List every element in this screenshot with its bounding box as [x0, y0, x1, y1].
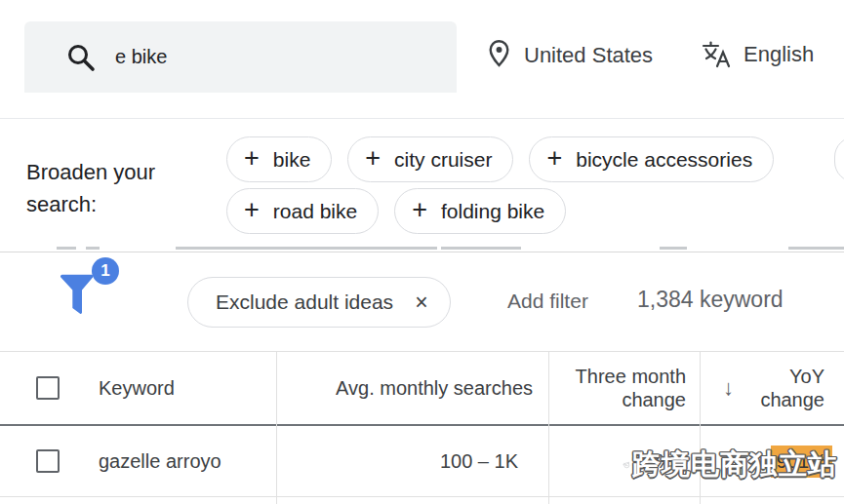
broaden-chips-row-1: + bike + city cruiser + bicycle accessor…: [226, 136, 774, 182]
chip-add-city-cruiser[interactable]: + city cruiser: [347, 136, 513, 182]
plus-icon: +: [244, 145, 260, 172]
chip-add-folding-bike[interactable]: + folding bike: [394, 188, 566, 234]
chip-label: city cruiser: [394, 148, 492, 172]
chip-partial-cutoff[interactable]: [834, 136, 844, 182]
broaden-search-label: Broaden your search:: [26, 156, 202, 220]
topbar-divider: [0, 118, 844, 119]
header-keyword-cell[interactable]: Keyword: [0, 376, 276, 400]
add-filter-button[interactable]: Add filter: [507, 290, 588, 313]
row-keyword-cell: gazelle arroyo: [0, 449, 276, 473]
remove-filter-icon[interactable]: ×: [415, 290, 427, 316]
language-label: English: [744, 42, 814, 67]
plus-icon: +: [244, 197, 260, 223]
header-yoy-change[interactable]: ↓ YoY change: [700, 365, 844, 411]
search-input[interactable]: [113, 45, 429, 69]
row-avg-monthly-value: 100 – 1K: [276, 450, 548, 473]
chip-label: bicycle accessories: [576, 148, 752, 172]
row-checkbox[interactable]: [36, 449, 60, 473]
select-all-checkbox[interactable]: [36, 376, 60, 400]
translate-icon: [701, 39, 734, 70]
row-keyword-text: gazelle arroyo: [99, 450, 221, 473]
column-divider: [700, 352, 701, 504]
header-yoy-label: YoY change: [734, 365, 844, 411]
location-selector[interactable]: United States: [486, 39, 653, 71]
language-selector[interactable]: English: [701, 39, 814, 70]
broaden-chips-row-2: + road bike + folding bike: [226, 188, 566, 234]
filter-button[interactable]: 1: [59, 257, 119, 324]
header-keyword-label: Keyword: [99, 377, 175, 400]
sort-descending-icon: ↓: [723, 375, 734, 401]
location-label: United States: [524, 43, 653, 68]
active-filter-chip[interactable]: Exclude adult ideas ×: [187, 277, 451, 328]
table-header-row: Keyword Avg. monthly searches Three mont…: [0, 352, 844, 424]
header-avg-monthly-searches[interactable]: Avg. monthly searches: [276, 377, 548, 400]
clipped-row-remnant: [0, 244, 844, 252]
header-three-month-change[interactable]: Three month change: [548, 365, 700, 411]
keyword-count-label: 1,384 keyword: [637, 287, 784, 313]
column-divider: [276, 352, 277, 504]
search-icon: [66, 43, 96, 72]
partial-next-row: [0, 497, 844, 504]
chip-add-road-bike[interactable]: + road bike: [226, 188, 379, 234]
table-row: gazelle arroyo 100 – 1K 0% 901%: [0, 426, 844, 496]
chip-label: road bike: [273, 200, 357, 223]
plus-icon: +: [412, 197, 427, 223]
row-three-month-value: 0%: [548, 450, 700, 473]
chip-label: bike: [273, 148, 311, 172]
chip-add-bicycle-accessories[interactable]: + bicycle accessories: [529, 136, 774, 182]
location-pin-icon: [486, 39, 512, 71]
row-yoy-value-highlighted: 901%: [771, 446, 832, 478]
chip-label: folding bike: [441, 200, 544, 223]
plus-icon: +: [546, 145, 562, 172]
filter-count-badge: 1: [92, 257, 119, 285]
plus-icon: +: [365, 145, 381, 172]
search-field[interactable]: [24, 21, 457, 93]
chip-add-bike[interactable]: + bike: [226, 136, 332, 182]
row-yoy-cell: 901%: [700, 446, 844, 478]
active-filter-label: Exclude adult ideas: [216, 291, 393, 314]
column-divider: [548, 352, 549, 504]
